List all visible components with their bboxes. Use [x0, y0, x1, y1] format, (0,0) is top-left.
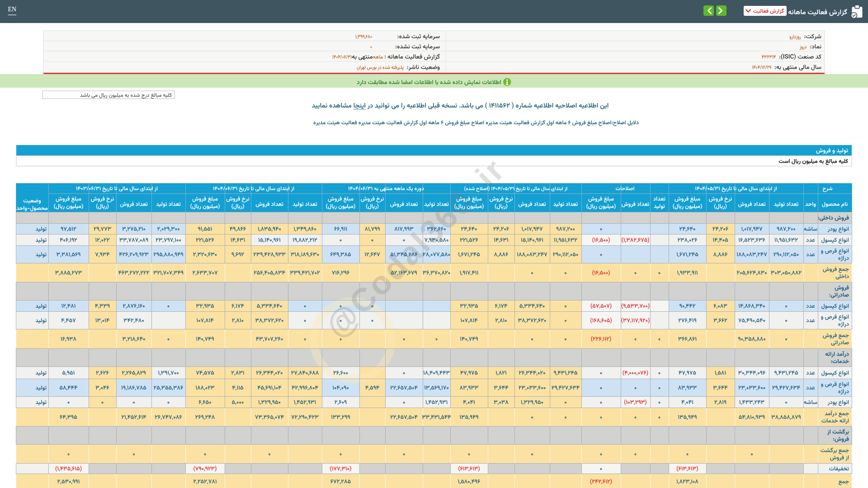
svg-text:EN: EN	[8, 6, 17, 13]
